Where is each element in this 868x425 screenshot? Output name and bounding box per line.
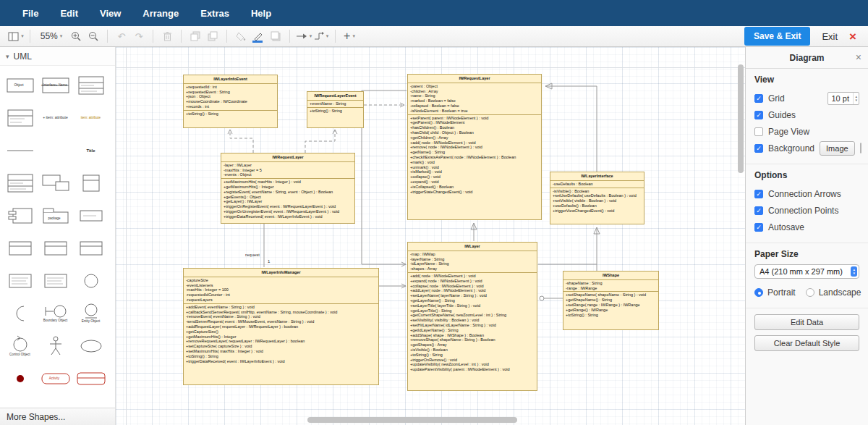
- shape-usecase[interactable]: [73, 329, 109, 362]
- methods-section: -isVisible() : Boolean+setUseDefaults( u…: [550, 188, 644, 214]
- clear-default-style-button[interactable]: Clear Default Style: [754, 335, 859, 351]
- shape-boundary[interactable]: Boundary Object: [38, 297, 73, 329]
- to-back-button[interactable]: [204, 28, 221, 45]
- option-row: Connection Arrows: [754, 185, 859, 202]
- shape-package[interactable]: package: [38, 199, 73, 232]
- grid-size-stepper[interactable]: ▴▾: [853, 93, 859, 104]
- shape-box3[interactable]: [38, 232, 73, 264]
- shape-box[interactable]: Object: [2, 69, 38, 101]
- class-method: +addShape( shape : IWShape ) : Boolean: [410, 333, 535, 338]
- uml-class-iwrequestlayerevent[interactable]: IWRequestLayerEvent+eventName : String+t…: [307, 91, 364, 128]
- class-method: +add( node : IWNodeElement ) : void: [410, 140, 539, 146]
- shape-attr-text[interactable]: + item: attribute: [38, 101, 73, 134]
- page-view-checkbox[interactable]: [754, 127, 763, 136]
- connection-arrows-checkbox[interactable]: [754, 190, 763, 198]
- menu-help[interactable]: Help: [240, 0, 282, 26]
- background-image-button[interactable]: Image: [820, 141, 855, 156]
- shape-circle[interactable]: [73, 264, 109, 297]
- uml-class-iwrequestlayer[interactable]: IWRequestLayer-layer : IWLayer-maxHits :…: [221, 153, 355, 224]
- shape-arc[interactable]: [2, 297, 38, 329]
- shape-class2[interactable]: [2, 101, 38, 134]
- shape-class3[interactable]: [2, 167, 38, 199]
- connection-style-button[interactable]: ▾: [295, 28, 312, 45]
- background-color-swatch[interactable]: [860, 143, 861, 153]
- uml-class-iwlayerinterface[interactable]: IWLayerInterface-useDefaults : Boolean-i…: [550, 172, 644, 224]
- insert-button[interactable]: + ▾: [341, 28, 358, 45]
- undo-button[interactable]: ↶: [113, 28, 130, 45]
- shape-boxlines[interactable]: [38, 264, 73, 297]
- menu-view[interactable]: View: [89, 0, 132, 26]
- zoom-in-button[interactable]: [67, 28, 85, 45]
- to-front-button[interactable]: [187, 28, 204, 45]
- class-method: +setLayerTitle( layerTitle : String ) : …: [410, 303, 535, 308]
- shape-entity[interactable]: Entity Object: [73, 297, 109, 329]
- shape-boxtall[interactable]: [73, 167, 109, 199]
- shape-box3[interactable]: [2, 232, 38, 264]
- paper-size-select[interactable]: A4 (210 mm x 297 mm) ▴▾: [754, 264, 859, 279]
- uml-section-header[interactable]: ▾ UML: [0, 47, 115, 66]
- zoom-out-button[interactable]: [85, 28, 102, 45]
- guides-checkbox[interactable]: [754, 111, 763, 119]
- shape-labelbox[interactable]: [73, 199, 109, 232]
- landscape-radio[interactable]: [806, 288, 814, 297]
- uml-class-iwlayer[interactable]: IWLayer-map : IWMap-layerName : String-i…: [407, 242, 537, 391]
- shape-attr-badge[interactable]: item: attribute: [73, 101, 109, 134]
- class-method: +toString() : String: [310, 109, 361, 114]
- shape-boxlines[interactable]: [2, 264, 38, 297]
- menu-arrange[interactable]: Arrange: [132, 0, 190, 26]
- canvas-horizontal-scrollbar[interactable]: [307, 417, 517, 423]
- shape-box3[interactable]: [73, 232, 109, 264]
- grid-checkbox[interactable]: [754, 94, 763, 103]
- shape-composite-red[interactable]: [73, 362, 109, 395]
- shadow-button[interactable]: [267, 28, 284, 45]
- class-method: +triggerOnRemove() : void: [410, 358, 535, 363]
- delete-button[interactable]: [158, 28, 176, 45]
- shape-component[interactable]: [2, 199, 38, 232]
- shape-combo[interactable]: [38, 167, 73, 199]
- shape-label: Control Object: [9, 353, 30, 357]
- zoom-dropdown[interactable]: 55% ▾: [35, 28, 67, 45]
- shape-box2[interactable]: «Interface» Name: [38, 69, 73, 101]
- portrait-radio[interactable]: [754, 288, 763, 297]
- view-panels-button[interactable]: ▾: [7, 28, 25, 45]
- waypoints-button[interactable]: ▾: [312, 28, 330, 45]
- line-color-button[interactable]: [250, 28, 267, 45]
- class-title: IWShape: [563, 272, 658, 280]
- shape-title-text[interactable]: Title: [73, 134, 109, 167]
- shape-dot-red[interactable]: [2, 362, 38, 395]
- paper-size-heading: Paper Size: [754, 249, 859, 259]
- save-exit-button[interactable]: Save & Exit: [744, 27, 810, 46]
- panel-close-icon[interactable]: ×: [856, 51, 861, 63]
- uml-class-iwshape[interactable]: IWShape-shapeName : String-range : IWRan…: [563, 271, 659, 330]
- grid-size-input[interactable]: 10 pt ▴▾: [827, 92, 859, 105]
- shape-control[interactable]: Control Object: [2, 329, 38, 362]
- class-method: +getLayerName() : String: [410, 298, 535, 303]
- fill-color-button[interactable]: [232, 28, 250, 45]
- chevron-down-icon: ▾: [21, 33, 24, 39]
- shape-actor[interactable]: [38, 329, 73, 362]
- menu-file[interactable]: File: [12, 0, 49, 26]
- shape-class3[interactable]: [73, 69, 109, 101]
- close-editor-icon[interactable]: ×: [849, 30, 856, 43]
- class-method: +triggerDataReceived( event : IWLayerInf…: [224, 214, 352, 219]
- class-attribute: -requestedIdCounter : int: [186, 293, 376, 298]
- autosave-checkbox[interactable]: [754, 223, 763, 232]
- shape-hline[interactable]: [2, 134, 38, 167]
- shape-activity-red[interactable]: Activity: [38, 362, 73, 395]
- more-shapes-button[interactable]: More Shapes...: [0, 408, 115, 425]
- menu-edit[interactable]: Edit: [49, 0, 89, 26]
- redo-button[interactable]: ↷: [130, 28, 148, 45]
- trash-icon: [163, 31, 172, 41]
- attributes-section: -useDefaults : Boolean: [550, 181, 644, 188]
- exit-button[interactable]: Exit: [822, 31, 838, 42]
- connection-points-checkbox[interactable]: [754, 206, 763, 215]
- canvas[interactable]: IWLayerInfoEvent+requestedId : int+reque…: [116, 47, 745, 425]
- uml-class-iwlayerinfomanager[interactable]: IWLayerInfoManager-captureSize-eventList…: [183, 268, 379, 385]
- edit-data-button[interactable]: Edit Data: [754, 314, 859, 330]
- uml-class-iwrequestlayer[interactable]: IWRequestLayer-parent : Object-children …: [407, 74, 542, 220]
- canvas-vertical-scrollbar[interactable]: [738, 64, 744, 173]
- background-checkbox[interactable]: [754, 144, 763, 153]
- class-method: +getParent() : IWNodeElement: [410, 120, 539, 125]
- uml-class-iwlayerinfoevent[interactable]: IWLayerInfoEvent+requestedId : int+reque…: [183, 75, 278, 128]
- menu-extras[interactable]: Extras: [190, 0, 240, 26]
